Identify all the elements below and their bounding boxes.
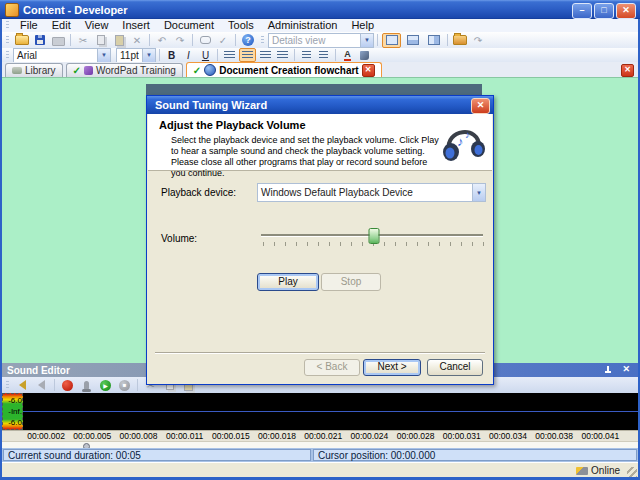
toolbar-separator — [70, 34, 71, 46]
view-split-horizontal-button[interactable] — [403, 33, 422, 48]
refresh-icon: ↷ — [470, 33, 486, 47]
menu-help[interactable]: Help — [344, 19, 381, 32]
timeline-tick: 00:00.011 — [162, 431, 208, 441]
align-center-button[interactable] — [239, 48, 256, 62]
help-icon[interactable]: ? — [240, 33, 256, 47]
dialog-close-button[interactable]: ✕ — [471, 98, 490, 114]
menu-tools[interactable]: Tools — [221, 19, 261, 32]
font-name-combo[interactable]: Arial ▼ — [13, 48, 111, 63]
dialog-heading: Adjust the Playback Volume — [159, 119, 306, 131]
timeline-tick: 00:00.008 — [115, 431, 161, 441]
toolbar-grip — [261, 36, 264, 45]
window-close-button[interactable]: ✕ — [616, 3, 636, 19]
flowchart-doc-icon — [204, 64, 216, 76]
align-justify-button[interactable] — [275, 49, 290, 62]
chevron-down-icon[interactable]: ▼ — [97, 49, 110, 62]
view-split-vertical-button[interactable] — [424, 33, 443, 48]
menu-document[interactable]: Document — [157, 19, 221, 32]
waveform-display[interactable]: -6.0 -Inf. -6.0 — [2, 393, 638, 430]
next-button[interactable]: Next > — [363, 359, 421, 376]
tab-close-icon[interactable]: ✕ — [362, 64, 375, 77]
print-icon — [50, 33, 66, 47]
open-in-window-icon[interactable] — [452, 33, 468, 47]
timeline-tick: 00:00.005 — [69, 431, 115, 441]
spellcheck-icon: ✓ — [215, 33, 231, 47]
menu-file[interactable]: File — [13, 19, 45, 32]
tab-wordpad-training[interactable]: ✓ WordPad Training — [66, 63, 183, 77]
chevron-down-icon[interactable]: ▼ — [142, 49, 155, 62]
online-label: Online — [591, 465, 620, 476]
align-left-button[interactable] — [222, 49, 237, 62]
meter-label-mid: -Inf. — [4, 408, 22, 416]
font-size-combo[interactable]: 11pt ▼ — [116, 48, 156, 63]
toolbar-separator — [54, 379, 55, 391]
toolbar-separator — [294, 49, 295, 61]
bullet-list-button[interactable] — [299, 49, 314, 62]
timeline-tick: 00:00.041 — [577, 431, 623, 441]
microphone-icon[interactable] — [78, 378, 95, 392]
timeline-tick: 00:00.038 — [531, 431, 577, 441]
sound-editor-status-bar: Current sound duration: 00:05 Cursor pos… — [2, 448, 638, 462]
underline-button[interactable]: U — [198, 49, 213, 62]
menu-bar: File Edit View Insert Document Tools Adm… — [2, 19, 638, 33]
playback-device-combo[interactable]: Windows Default Playback Device ▼ — [257, 183, 486, 200]
view-single-button[interactable] — [382, 33, 401, 48]
volume-slider[interactable] — [261, 227, 483, 249]
paste-icon — [111, 33, 127, 47]
sound-editor-close-icon[interactable]: ✕ — [622, 364, 630, 374]
open-icon[interactable] — [14, 33, 30, 47]
details-view-combo[interactable]: Details view ▼ — [268, 33, 374, 48]
menu-edit[interactable]: Edit — [45, 19, 78, 32]
menu-view[interactable]: View — [78, 19, 116, 32]
cancel-button[interactable]: Cancel — [427, 359, 483, 376]
online-icon — [576, 467, 588, 475]
font-color-button[interactable]: A — [340, 49, 355, 62]
sound-tuning-wizard-dialog: Sound Tuning Wizard ✕ Adjust the Playbac… — [146, 95, 494, 385]
tab-library[interactable]: Library — [5, 63, 63, 77]
timeline-ruler[interactable]: 00:00.002 00:00.005 00:00.008 00:00.011 … — [2, 430, 638, 441]
resize-grip[interactable] — [627, 467, 637, 477]
save-icon[interactable] — [32, 33, 48, 47]
chevron-down-icon[interactable]: ▼ — [472, 184, 485, 201]
dialog-title: Sound Tuning Wizard — [155, 99, 267, 111]
application-window: Content - Developer – □ ✕ File Edit View… — [0, 0, 640, 480]
add-sound-icon[interactable] — [14, 378, 31, 392]
maximize-button[interactable]: □ — [594, 3, 614, 19]
dialog-title-bar: Sound Tuning Wizard — [147, 96, 493, 114]
italic-button[interactable]: I — [181, 49, 196, 62]
chevron-down-icon[interactable]: ▼ — [360, 34, 373, 47]
library-icon — [12, 67, 22, 74]
wordpad-doc-icon — [84, 66, 93, 75]
menu-insert[interactable]: Insert — [115, 19, 157, 32]
play-button[interactable]: Play — [257, 273, 319, 291]
fill-color-button[interactable] — [357, 49, 372, 62]
bold-button[interactable]: B — [164, 49, 179, 62]
dialog-footer-separator — [155, 352, 485, 354]
sound-editor-title: Sound Editor — [7, 365, 70, 376]
play-sound-icon[interactable]: ▶ — [97, 378, 114, 392]
redo-icon: ↷ — [172, 33, 188, 47]
timeline-tick: 00:00.024 — [346, 431, 392, 441]
volume-slider-thumb[interactable] — [369, 228, 380, 244]
toolbar-separator — [192, 34, 193, 46]
meter-label-top: -6.0 — [4, 397, 22, 405]
tab-document-creation-flowchart[interactable]: ✓ Document Creation flowchart ✕ — [186, 62, 382, 77]
record-icon[interactable] — [59, 378, 76, 392]
check-icon: ✓ — [73, 65, 81, 76]
numbered-list-button[interactable] — [316, 49, 331, 62]
tab-row-close-icon[interactable]: ✕ — [621, 64, 634, 77]
details-view-value: Details view — [269, 35, 360, 46]
minimize-button[interactable]: – — [572, 3, 592, 19]
pin-icon[interactable] — [604, 366, 612, 374]
app-icon — [5, 3, 19, 17]
window-frame-left — [0, 19, 2, 480]
music-note-icon: ♪ — [465, 129, 470, 140]
align-right-button[interactable] — [258, 49, 273, 62]
menu-administration[interactable]: Administration — [261, 19, 345, 32]
timeline-tick: 00:00.018 — [254, 431, 300, 441]
check-icon: ✓ — [193, 65, 201, 76]
meter-label-bottom: -6.0 — [4, 419, 22, 427]
tab-library-label: Library — [25, 65, 56, 76]
background-window-edge — [146, 84, 482, 95]
playback-device-value: Windows Default Playback Device — [258, 187, 472, 198]
